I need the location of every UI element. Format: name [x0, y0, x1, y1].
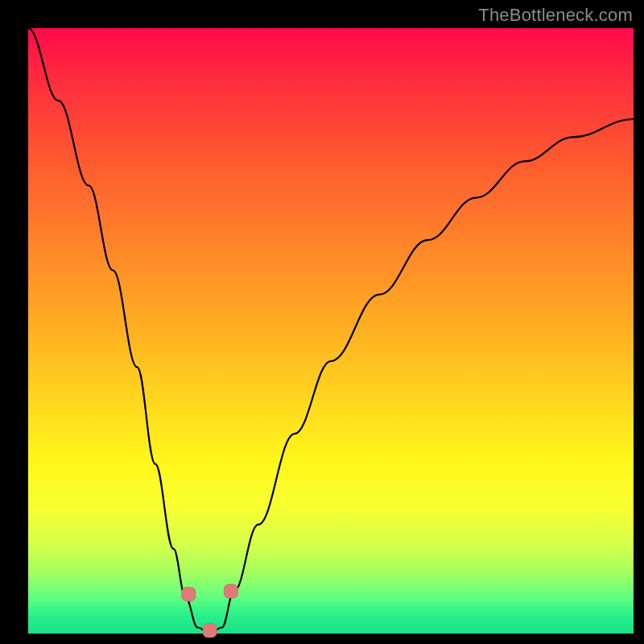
- curve-markers: [182, 584, 238, 638]
- bottleneck-curve: [28, 28, 634, 634]
- bottom-marker: [203, 624, 217, 638]
- curve-layer: [28, 28, 634, 634]
- watermark-text: TheBottleneck.com: [478, 5, 633, 26]
- left-marker: [182, 588, 196, 601]
- right-marker: [224, 584, 237, 598]
- chart-frame: TheBottleneck.com: [0, 0, 644, 644]
